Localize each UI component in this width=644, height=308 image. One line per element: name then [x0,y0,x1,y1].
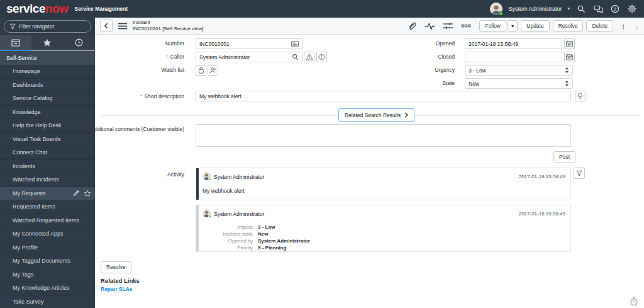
incident-form: Number Opened *Caller Closed Watch list … [95,35,644,308]
edit-module-icon[interactable] [73,190,80,197]
activity-timestamp: 2017-01-18 15:58:49 [519,211,565,217]
sidebar-item-dashboards[interactable]: Dashboards [0,79,95,93]
tab-favorites[interactable] [31,35,63,51]
previous-record-icon[interactable]: ↑ [621,21,626,31]
short-description-input[interactable]: My webhook alert [196,91,571,101]
follow-split-button: Follow ▾ [479,20,518,32]
activity-stream-icon[interactable] [425,22,435,30]
select-stepper-icon [565,80,569,87]
sidebar-item-connect-chat[interactable]: Connect Chat [0,146,95,160]
state-select[interactable]: New [465,78,573,89]
watch-list-add-button[interactable] [208,65,218,76]
opened-calendar-button[interactable] [564,38,575,49]
related-search-results-button[interactable]: Related Search Results [338,108,414,122]
sidebar-item-my-tags[interactable]: My Tags [0,268,95,282]
user-menu-label[interactable]: System Administrator [508,6,562,12]
sidebar-item-watched-requested-items[interactable]: Watched Requested Items [0,214,95,228]
help-icon[interactable]: ? [609,3,621,14]
sidebar-item-requested-items[interactable]: Requested Items [0,200,95,214]
sidebar-item-watched-incidents[interactable]: Watched Incidents [0,173,95,187]
presence-indicator [208,178,211,181]
sidebar-item-my-requests[interactable]: My Requests [0,187,95,201]
activity-avatar [203,209,211,217]
more-actions-icon[interactable] [461,24,471,28]
closed-input[interactable] [465,52,562,62]
sidebar-item-incidents[interactable]: Incidents [0,160,95,174]
sidebar-menu: Homepage Dashboards Service Catalog Know… [0,65,95,308]
change-row: Opened bySystem Administrator [203,237,310,244]
sidebar-item-knowledge[interactable]: Knowledge [0,106,95,120]
back-button[interactable] [100,20,113,32]
sidebar-section-self-service[interactable]: Self-Service [0,51,95,65]
attachment-icon[interactable] [408,21,417,31]
sidebar-item-my-connected-apps[interactable]: My Connected Apps [0,227,95,241]
next-record-icon[interactable]: ↓ [635,21,640,31]
calendar-icon [566,40,573,47]
presence-indicator [208,215,211,218]
user-menu-caret-icon[interactable]: ▾ [567,6,570,11]
caller-warning-button[interactable] [304,52,314,62]
tab-history[interactable] [64,35,95,51]
sidebar-item-my-profile[interactable]: My Profile [0,241,95,255]
suggestion-bulb-button[interactable] [575,91,586,101]
resolve-button[interactable]: Resolve [553,20,584,32]
activity-comment-text: My webhook alert [203,188,245,194]
activity-stripe [196,168,199,200]
opened-label: Opened [367,40,455,47]
record-type: Incident [133,20,204,26]
filter-navigator-input[interactable] [19,23,86,30]
clock-icon [75,38,83,47]
activity-entry-changes[interactable]: System Administrator 2017-01-18 15:58:49… [196,205,571,252]
caller-input[interactable]: System Administrator [196,52,303,62]
resolve-bottom-button[interactable]: Resolve [101,261,131,273]
user-avatar[interactable] [490,3,502,15]
gear-icon[interactable] [626,3,638,14]
additional-comments-textarea[interactable] [196,124,571,147]
urgency-select[interactable]: 3 - Low [465,65,573,76]
update-button[interactable]: Update [521,20,549,32]
change-row: Impact3 - Low [203,224,275,231]
activity-filter-button[interactable] [574,168,585,179]
header-controls: System Administrator ▾ ? [490,3,644,15]
response-time-icon[interactable] [630,297,638,306]
filter-navigator-pill[interactable] [4,20,91,33]
sidebar-item-visual-task-boards[interactable]: Visual Task Boards [0,133,95,147]
watch-list-lock-button[interactable] [196,65,206,76]
sidebar-item-my-knowledge-articles[interactable]: My Knowledge Articles [0,282,95,295]
add-person-icon [209,67,216,74]
sidebar-item-service-catalog[interactable]: Service Catalog [0,92,95,106]
personalize-form-icon[interactable] [443,22,453,30]
opened-input[interactable]: 2017-01-18 15:58:49 [465,38,562,49]
repair-slas-link[interactable]: Repair SLAs [101,286,133,292]
sidebar-item-my-tagged-documents[interactable]: My Tagged Documents [0,254,95,268]
search-icon[interactable] [575,3,587,14]
number-label: Number [96,40,184,47]
star-icon [43,38,52,47]
closed-calendar-button[interactable] [564,52,575,62]
servicenow-app: servicenow Service Management System Adm… [0,0,644,308]
sidebar-item-take-survey[interactable]: Take Survey [0,295,95,308]
chevron-right-icon [404,112,408,118]
follow-button[interactable]: Follow [479,20,506,32]
delete-button[interactable]: Delete [586,20,613,32]
reference-lookup-icon[interactable] [292,54,299,60]
tab-all-applications[interactable] [0,35,31,51]
reference-card-icon[interactable] [291,41,299,47]
sidebar-item-homepage[interactable]: Homepage [0,65,95,79]
activity-entry-comment[interactable]: System Administrator 2017-01-18 15:58:49… [196,168,571,200]
info-circle-icon [318,54,325,60]
change-row: Priority5 - Planning [203,244,286,251]
state-label: State [367,80,455,86]
short-description-label: *Short description [96,93,184,100]
number-input[interactable]: INC0010001 [196,38,303,49]
warning-triangle-icon [306,54,313,60]
chat-icon[interactable] [592,3,604,14]
activity-author: System Administrator [214,211,264,217]
additional-comments-label: Additional comments (Customer visible) [76,126,184,132]
follow-caret-button[interactable]: ▾ [508,20,518,32]
caller-info-button[interactable] [316,52,327,62]
favorite-star-icon[interactable] [84,190,91,197]
context-menu-icon[interactable] [118,23,127,30]
post-button[interactable]: Post [553,151,575,163]
select-stepper-icon [565,67,569,74]
